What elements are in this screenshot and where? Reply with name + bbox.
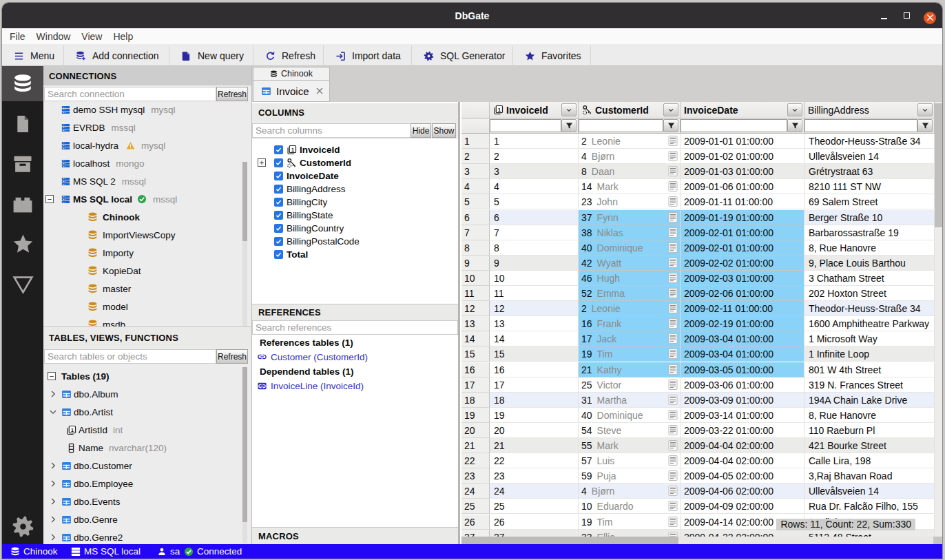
svg-text:1: 1: [291, 147, 295, 153]
svg-text:1: 1: [498, 107, 501, 113]
svg-text:1: 1: [71, 426, 74, 433]
